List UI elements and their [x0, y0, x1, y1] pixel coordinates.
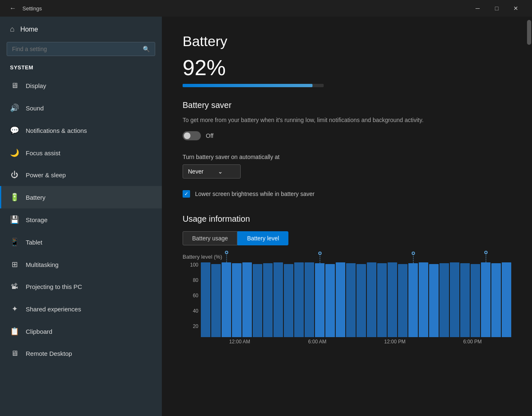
sidebar-item-remote[interactable]: 🖥 Remote Desktop: [0, 343, 162, 365]
scrollbar-track[interactable]: [526, 17, 532, 416]
battery-saver-title: Battery saver: [183, 100, 511, 110]
main-content: Battery 92% Battery saver To get more fr…: [162, 17, 532, 416]
chart-area: Battery level (%) 1008060402012:00 AM6:0…: [183, 254, 511, 345]
toggle-state-label: Off: [206, 132, 213, 139]
sidebar-item-home[interactable]: ⌂ Home: [0, 17, 162, 42]
battery-saver-toggle[interactable]: [183, 131, 201, 140]
bar-item: [408, 263, 418, 337]
search-input[interactable]: [12, 46, 139, 52]
bar-item: [481, 262, 491, 337]
x-labels: 12:00 AM6:00 AM12:00 PM6:00 PM: [183, 339, 511, 345]
chart-ylabel: Battery level (%): [183, 254, 511, 260]
sidebar-item-tablet[interactable]: 📱 Tablet: [0, 231, 162, 253]
tablet-icon: 📱: [10, 237, 19, 247]
sidebar-item-sound[interactable]: 🔊 Sound: [0, 97, 162, 119]
search-icon: 🔍: [143, 46, 150, 52]
battery-saver-dropdown[interactable]: Never ⌄: [183, 164, 241, 179]
system-label: System: [0, 61, 162, 75]
bar-item: [273, 262, 283, 337]
sidebar-label-multitasking: Multitasking: [26, 261, 59, 268]
power-icon: ⏻: [10, 171, 19, 179]
projecting-icon: 📽: [10, 282, 19, 291]
sidebar-item-clipboard[interactable]: 📋 Clipboard: [0, 320, 162, 343]
battery-bar-fill: [183, 84, 312, 87]
titlebar: ← Settings ─ □ ✕: [0, 0, 532, 17]
bar-item: [450, 262, 459, 337]
bar-item: [305, 262, 314, 337]
home-label: Home: [20, 26, 38, 33]
focus-icon: 🌙: [10, 148, 19, 157]
bar-item: [232, 263, 242, 337]
remote-icon: 🖥: [10, 349, 19, 358]
app-title: Settings: [22, 5, 42, 12]
bar-item: [294, 262, 304, 337]
battery-saver-toggle-row: Off: [183, 131, 511, 140]
bar-item: [471, 264, 480, 337]
page-title: Battery: [183, 33, 511, 49]
tab-battery-usage[interactable]: Battery usage: [183, 231, 237, 245]
battery-bar-container: [183, 84, 324, 87]
sidebar-label-clipboard: Clipboard: [26, 328, 52, 335]
x-label: 12:00 PM: [356, 339, 434, 345]
bar-item: [263, 263, 273, 337]
sidebar-label-power: Power & sleep: [26, 171, 66, 179]
tab-battery-level[interactable]: Battery level: [237, 231, 288, 245]
sidebar-label-focus: Focus assist: [26, 149, 60, 157]
bar-item: [336, 262, 345, 337]
sidebar: ⌂ Home 🔍 System 🖥 Display 🔊 Sound 💬 Noti…: [0, 17, 162, 416]
sidebar-label-remote: Remote Desktop: [26, 350, 72, 357]
display-icon: 🖥: [10, 81, 19, 90]
sidebar-item-display[interactable]: 🖥 Display: [0, 75, 162, 97]
clipboard-icon: 📋: [10, 327, 19, 336]
x-label: 12:00 AM: [201, 339, 278, 345]
back-button[interactable]: ←: [7, 2, 19, 15]
scrollbar-thumb[interactable]: [527, 20, 531, 45]
brightness-checkbox-label: Lower screen brightness while in battery…: [195, 191, 315, 197]
bar-item: [325, 264, 335, 337]
chevron-down-icon: ⌄: [218, 168, 235, 175]
multitasking-icon: ⊞: [10, 260, 19, 269]
maximize-button[interactable]: □: [487, 0, 506, 17]
sidebar-label-battery: Battery: [26, 194, 46, 201]
sidebar-label-storage: Storage: [26, 216, 48, 223]
x-label: 6:00 AM: [278, 339, 356, 345]
bar-item: [419, 262, 428, 337]
bar-item: [398, 264, 408, 337]
sidebar-item-storage[interactable]: 💾 Storage: [0, 208, 162, 231]
sidebar-label-display: Display: [26, 82, 46, 89]
y-axis: 10080604020: [183, 262, 201, 329]
search-box[interactable]: 🔍: [7, 42, 155, 56]
bar-chart: 1008060402012:00 AM6:00 AM12:00 PM6:00 P…: [183, 262, 511, 345]
bar-item: [242, 262, 252, 337]
sidebar-item-shared[interactable]: ✦ Shared experiences: [0, 298, 162, 320]
nav-items: 🖥 Display 🔊 Sound 💬 Notifications & acti…: [0, 75, 162, 365]
sidebar-item-notifications[interactable]: 💬 Notifications & actions: [0, 119, 162, 142]
app-body: ⌂ Home 🔍 System 🖥 Display 🔊 Sound 💬 Noti…: [0, 17, 532, 416]
auto-label: Turn battery saver on automatically at: [183, 154, 511, 160]
sidebar-label-tablet: Tablet: [26, 239, 42, 246]
tab-row: Battery usage Battery level: [183, 231, 511, 245]
bar-item: [201, 262, 210, 337]
sidebar-label-shared: Shared experiences: [26, 306, 81, 313]
close-button[interactable]: ✕: [506, 0, 525, 17]
window-controls: ─ □ ✕: [468, 0, 525, 17]
bar-item: [222, 262, 231, 337]
brightness-checkbox[interactable]: ✓: [183, 190, 190, 198]
sidebar-item-projecting[interactable]: 📽 Projecting to this PC: [0, 276, 162, 298]
sidebar-item-focus[interactable]: 🌙 Focus assist: [0, 142, 162, 164]
bar-item: [460, 263, 470, 337]
bar-item: [502, 262, 511, 337]
bar-item: [346, 263, 356, 337]
shared-icon: ✦: [10, 304, 19, 313]
sidebar-item-multitasking[interactable]: ⊞ Multitasking: [0, 253, 162, 276]
sidebar-label-projecting: Projecting to this PC: [26, 283, 82, 290]
bars-container: [201, 262, 511, 337]
toggle-knob: [184, 132, 190, 139]
bar-item: [253, 264, 262, 337]
battery-saver-desc: To get more from your battery when it's …: [183, 116, 465, 125]
battery-icon: 🔋: [10, 193, 19, 202]
sidebar-item-power[interactable]: ⏻ Power & sleep: [0, 164, 162, 186]
minimize-button[interactable]: ─: [468, 0, 487, 17]
sidebar-item-battery[interactable]: 🔋 Battery: [0, 186, 162, 208]
bar-item: [377, 263, 387, 337]
